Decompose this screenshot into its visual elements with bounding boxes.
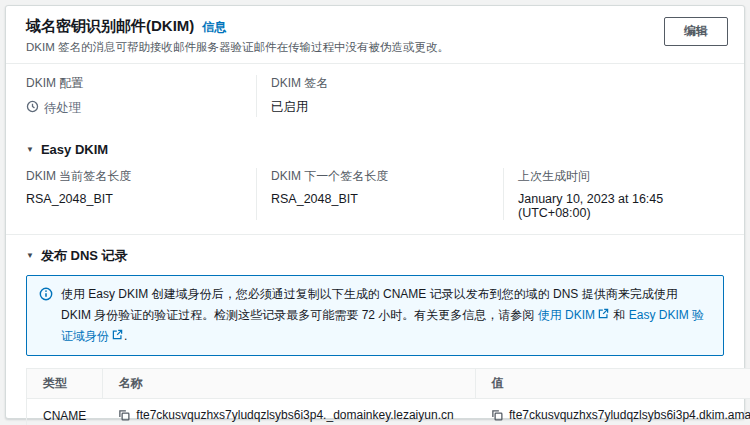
status-row: DKIM 配置 待处理 DKIM 签名 已启用	[6, 64, 744, 132]
record-type: CNAME	[27, 398, 103, 425]
panel-description: DKIM 签名的消息可帮助接收邮件服务器验证邮件在传输过程中没有被伪造或更改。	[26, 40, 449, 55]
dkim-signing-label: DKIM 签名	[271, 75, 724, 92]
caret-down-icon: ▼	[26, 251, 34, 260]
record-value: fte7ckusvquzhxs7yludqzlsybs6i3p4.dkim.am…	[509, 408, 750, 422]
alert-text: 使用 Easy DKIM 创建域身份后，您必须通过复制以下生成的 CNAME 记…	[61, 284, 711, 347]
dkim-config-status: 待处理	[26, 100, 82, 117]
dns-records-section-toggle[interactable]: ▼ 发布 DNS 记录	[26, 247, 128, 265]
copy-button[interactable]	[118, 409, 130, 421]
easy-dkim-section-toggle[interactable]: ▼ Easy DKIM	[26, 142, 108, 157]
external-link-icon	[112, 329, 123, 343]
table-row: CNAME fte7ckusvquzhxs7yludqzlsybs6i3p4._…	[27, 398, 750, 425]
alert-joiner: 和	[610, 308, 629, 322]
dns-records-table: 类型 名称 值 CNAME fte7ckusvquzhxs7yludqzlsyb…	[26, 368, 750, 425]
clock-pending-icon	[26, 100, 39, 116]
info-link[interactable]: 信息	[202, 19, 226, 36]
current-key-length-label: DKIM 当前签名长度	[26, 168, 256, 185]
easy-dkim-section: ▼ Easy DKIM DKIM 当前签名长度 RSA_2048_BIT DKI…	[6, 132, 744, 234]
column-header-value: 值	[475, 368, 750, 398]
dkim-config-label: DKIM 配置	[26, 75, 256, 92]
info-circle-icon	[39, 284, 53, 347]
dkim-panel: 域名密钥识别邮件(DKIM) 信息 DKIM 签名的消息可帮助接收邮件服务器验证…	[5, 5, 745, 419]
last-generated-value: January 10, 2023 at 16:45 (UTC+08:00)	[518, 192, 724, 220]
column-header-name: 名称	[102, 368, 475, 398]
next-key-length-value: RSA_2048_BIT	[271, 192, 503, 206]
current-key-length-value: RSA_2048_BIT	[26, 192, 256, 206]
page-title: 域名密钥识别邮件(DKIM)	[26, 17, 194, 36]
copy-button[interactable]	[491, 409, 503, 421]
caret-down-icon: ▼	[26, 145, 34, 154]
last-generated-label: 上次生成时间	[518, 168, 724, 185]
column-header-type: 类型	[27, 368, 103, 398]
easy-dkim-section-title: Easy DKIM	[41, 142, 108, 157]
dkim-signing-value: 已启用	[271, 99, 724, 116]
dns-records-section: ▼ 发布 DNS 记录 使用 Easy DKIM 创建域身份后，您必须通过复制以…	[6, 235, 744, 425]
dkim-config-value: 待处理	[44, 100, 82, 117]
alert-suffix: .	[124, 329, 127, 343]
record-name: fte7ckusvquzhxs7yludqzlsybs6i3p4._domain…	[136, 408, 453, 422]
external-link-icon	[598, 308, 609, 322]
info-alert: 使用 Easy DKIM 创建域身份后，您必须通过复制以下生成的 CNAME 记…	[26, 275, 724, 356]
dns-records-section-title: 发布 DNS 记录	[41, 247, 128, 265]
use-dkim-link[interactable]: 使用 DKIM	[538, 308, 595, 322]
next-key-length-label: DKIM 下一个签名长度	[271, 168, 503, 185]
panel-header: 域名密钥识别邮件(DKIM) 信息 DKIM 签名的消息可帮助接收邮件服务器验证…	[6, 6, 744, 63]
edit-button[interactable]: 编辑	[664, 17, 728, 46]
